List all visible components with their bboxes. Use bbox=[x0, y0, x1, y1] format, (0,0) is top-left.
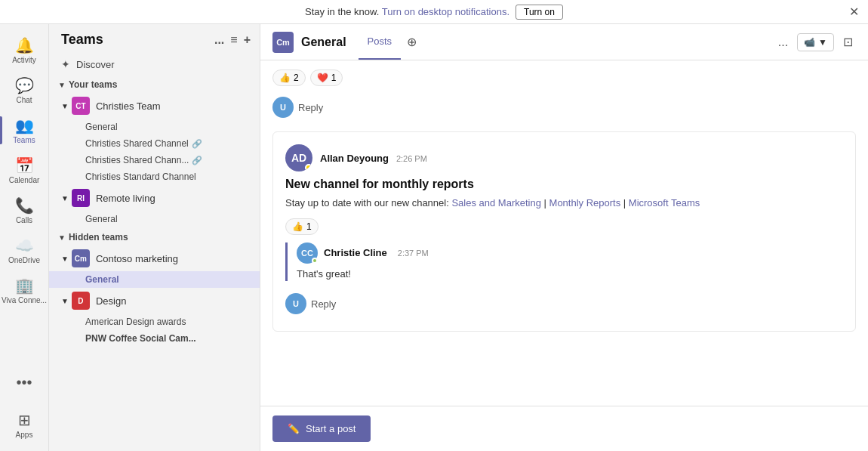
channel-expand-button[interactable]: ⊡ bbox=[840, 32, 856, 52]
channel-christies-shared2[interactable]: Christies Shared Chann... 🔗 bbox=[49, 152, 260, 168]
first-reply-button[interactable]: U Reply bbox=[272, 92, 856, 122]
calendar-icon: 📅 bbox=[15, 156, 34, 175]
channel-pnw-coffee-label: PNW Coffee Social Cam... bbox=[85, 333, 196, 344]
channel-header-avatar: Cm bbox=[272, 32, 294, 53]
link-microsoft-teams[interactable]: Microsoft Teams bbox=[629, 197, 700, 209]
channel-pnw-coffee[interactable]: PNW Coffee Social Cam... bbox=[49, 330, 260, 347]
your-teams-section-header[interactable]: ▼ Your teams bbox=[49, 75, 260, 93]
sidebar-item-onedrive[interactable]: ☁️ OneDrive bbox=[0, 230, 48, 270]
apps-label: Apps bbox=[16, 431, 33, 439]
notification-close-button[interactable]: ✕ bbox=[849, 5, 859, 19]
christie-initials: CC bbox=[301, 249, 313, 258]
onedrive-icon: ☁️ bbox=[15, 236, 34, 255]
your-teams-chevron: ▼ bbox=[58, 81, 66, 89]
start-post-button[interactable]: ✏️ Start a post bbox=[272, 415, 371, 442]
teams-panel-header: Teams ... ≡ + bbox=[49, 24, 260, 54]
channel-header-name: General bbox=[301, 36, 346, 49]
channel-video-button[interactable]: 📹 ▼ bbox=[797, 33, 834, 51]
heart-count: 1 bbox=[331, 73, 337, 83]
sidebar-item-apps[interactable]: ⊞ Apps bbox=[0, 405, 48, 445]
reply-header-christie: CC Christie Cline 2:37 PM bbox=[297, 242, 843, 264]
channel-more-button[interactable]: ... bbox=[775, 32, 791, 52]
icon-sidebar: 🔔 Activity 💬 Chat 👥 Teams 📅 Calendar 📞 C… bbox=[0, 24, 49, 451]
msg-reaction-thumbs[interactable]: 👍 1 bbox=[285, 218, 319, 235]
message-title: New channel for monthly reports bbox=[285, 178, 843, 191]
reply-avatar-initials: U bbox=[280, 103, 286, 112]
channel-christies-standard[interactable]: Christies Standard Channel bbox=[49, 168, 260, 185]
team-item-christies[interactable]: ▼ CT Christies Team bbox=[49, 93, 260, 119]
channel-american-design[interactable]: American Design awards bbox=[49, 314, 260, 330]
more-icon: ••• bbox=[16, 374, 32, 391]
start-post-icon: ✏️ bbox=[288, 423, 300, 434]
body-prefix: Stay up to date with our new channel: bbox=[285, 197, 451, 209]
calls-label: Calls bbox=[16, 216, 32, 224]
heart-emoji: ❤️ bbox=[317, 73, 328, 83]
msg-reply-avatar-initials: U bbox=[293, 299, 299, 308]
christie-avatar: CC bbox=[297, 242, 318, 264]
sidebar-item-teams[interactable]: 👥 Teams bbox=[0, 110, 48, 150]
link-sales-marketing[interactable]: Sales and Marketing bbox=[451, 197, 541, 209]
notification-text: Stay in the know. Turn on desktop notifi… bbox=[305, 6, 509, 17]
first-post-continuation: 👍 2 ❤️ 1 U Reply bbox=[272, 70, 856, 122]
link-monthly-reports[interactable]: Monthly Reports bbox=[549, 197, 621, 209]
sidebar-item-more[interactable]: ••• bbox=[0, 368, 48, 399]
sidebar-item-calls[interactable]: 📞 Calls bbox=[0, 190, 48, 230]
allan-avatar: AD bbox=[285, 144, 312, 171]
contoso-avatar: Cm bbox=[72, 249, 90, 267]
start-post-area: ✏️ Start a post bbox=[260, 406, 868, 451]
notification-link[interactable]: Turn on desktop notifications. bbox=[382, 6, 509, 17]
reaction-thumbs-up[interactable]: 👍 2 bbox=[272, 70, 306, 86]
channel-christies-general[interactable]: General bbox=[49, 119, 260, 135]
team-item-design[interactable]: ▼ D Design bbox=[49, 288, 260, 314]
design-avatar: D bbox=[72, 292, 90, 310]
teams-panel-content: ✦ Discover ▼ Your teams ▼ CT Christies T… bbox=[49, 54, 260, 451]
allan-status-dot bbox=[305, 164, 312, 171]
msg-thumbs-emoji: 👍 bbox=[292, 221, 303, 232]
teams-label: Teams bbox=[13, 136, 35, 144]
channel-tabs: Posts ⊕ bbox=[359, 24, 423, 60]
main-content: Cm General Posts ⊕ ... 📹 ▼ ⊡ 👍 bbox=[260, 24, 868, 451]
hidden-teams-label: Hidden teams bbox=[69, 232, 128, 242]
channel-remote-general[interactable]: General bbox=[49, 211, 260, 227]
channel-christies-general-label: General bbox=[85, 122, 118, 132]
sidebar-item-chat[interactable]: 💬 Chat bbox=[0, 70, 48, 110]
start-post-label: Start a post bbox=[306, 423, 356, 434]
christie-status-dot bbox=[312, 258, 318, 264]
first-reply-label: Reply bbox=[298, 102, 323, 113]
teams-add-button[interactable]: + bbox=[244, 33, 251, 47]
channel-contoso-general-label: General bbox=[85, 274, 119, 285]
team-item-contoso[interactable]: ▼ Cm Contoso marketing bbox=[49, 246, 260, 271]
teams-more-button[interactable]: ... bbox=[214, 33, 224, 47]
christie-time: 2:37 PM bbox=[398, 249, 429, 258]
channel-christies-shared1[interactable]: Christies Shared Channel 🔗 bbox=[49, 135, 260, 152]
posts-area: 👍 2 ❤️ 1 U Reply bbox=[260, 60, 868, 406]
shared-channel-icon2: 🔗 bbox=[192, 156, 202, 165]
chat-label: Chat bbox=[16, 96, 32, 104]
tab-posts[interactable]: Posts bbox=[359, 24, 402, 60]
thumbs-up-emoji: 👍 bbox=[279, 73, 291, 83]
team-item-remote[interactable]: ▼ RI Remote living bbox=[49, 185, 260, 211]
tab-add-button[interactable]: ⊕ bbox=[401, 24, 423, 60]
remote-name: Remote living bbox=[96, 193, 155, 204]
christies-avatar: CT bbox=[72, 97, 90, 115]
hidden-teams-section-header[interactable]: ▼ Hidden teams bbox=[49, 227, 260, 246]
christies-name: Christies Team bbox=[96, 100, 161, 112]
allan-time: 2:26 PM bbox=[396, 154, 427, 163]
reply-thread: CC Christie Cline 2:37 PM That's great! bbox=[285, 242, 843, 282]
teams-filter-button[interactable]: ≡ bbox=[230, 33, 237, 47]
discover-item[interactable]: ✦ Discover bbox=[49, 54, 260, 75]
channel-header: Cm General Posts ⊕ ... 📹 ▼ ⊡ bbox=[260, 24, 868, 60]
design-chevron: ▼ bbox=[61, 297, 69, 305]
turn-on-button[interactable]: Turn on bbox=[516, 5, 563, 20]
sidebar-item-calendar[interactable]: 📅 Calendar bbox=[0, 150, 48, 190]
calendar-label: Calendar bbox=[9, 176, 40, 184]
sidebar-item-viva[interactable]: 🏢 Viva Conne... bbox=[0, 270, 48, 310]
channel-contoso-general[interactable]: General bbox=[49, 271, 260, 288]
allan-name: Allan Deyoung bbox=[320, 153, 389, 164]
msg-reply-label: Reply bbox=[311, 298, 336, 310]
christie-name: Christie Cline bbox=[324, 247, 387, 258]
reaction-heart[interactable]: ❤️ 1 bbox=[310, 70, 343, 86]
msg-reply-button[interactable]: U Reply bbox=[285, 289, 843, 319]
sidebar-item-activity[interactable]: 🔔 Activity bbox=[0, 30, 48, 70]
viva-label: Viva Conne... bbox=[2, 296, 47, 304]
